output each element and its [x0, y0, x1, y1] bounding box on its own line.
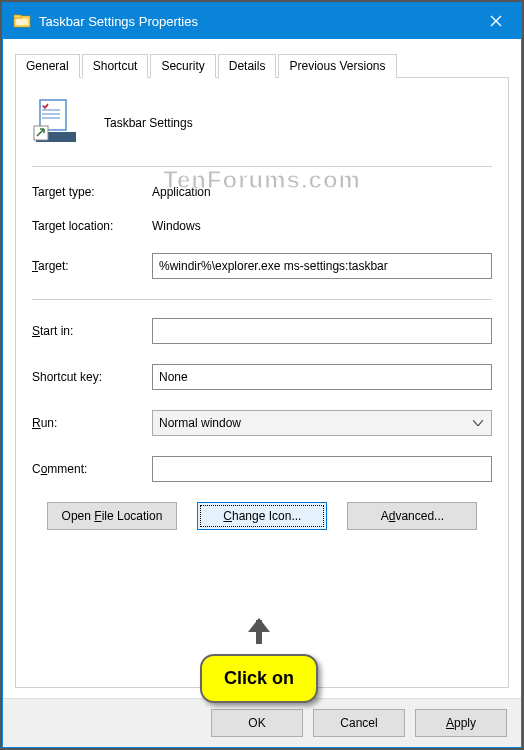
value-target-location: Windows	[152, 219, 201, 233]
label-target-type: Target type:	[32, 185, 152, 199]
divider	[32, 299, 492, 300]
label-run: Run:	[32, 416, 152, 430]
content-area: General Shortcut Security Details Previo…	[3, 39, 521, 698]
callout-label: Click on	[200, 654, 318, 703]
tab-shortcut[interactable]: Shortcut	[82, 54, 149, 78]
divider	[32, 166, 492, 167]
tab-previous-versions[interactable]: Previous Versions	[278, 54, 396, 78]
callout-arrow-icon	[244, 618, 274, 654]
row-shortcut-key: Shortcut key:	[32, 364, 492, 390]
open-file-location-button[interactable]: Open File Location	[47, 502, 178, 530]
start-in-input[interactable]	[152, 318, 492, 344]
row-run: Run: Normal window	[32, 410, 492, 436]
svg-rect-2	[16, 19, 28, 25]
tab-panel-shortcut: Taskbar Settings TenForums.com Target ty…	[15, 78, 509, 688]
label-target: Target:	[32, 259, 152, 273]
value-target-type: Application	[152, 185, 211, 199]
label-start-in: Start in:	[32, 324, 152, 338]
row-comment: Comment:	[32, 456, 492, 482]
properties-window: Taskbar Settings Properties General Shor…	[2, 2, 522, 748]
label-target-location: Target location:	[32, 219, 152, 233]
row-target-location: Target location: Windows	[32, 219, 492, 233]
tab-details[interactable]: Details	[218, 54, 277, 78]
target-input[interactable]	[152, 253, 492, 279]
tab-general[interactable]: General	[15, 54, 80, 78]
row-target: Target:	[32, 253, 492, 279]
shortcut-key-input[interactable]	[152, 364, 492, 390]
row-target-type: Target type: Application	[32, 185, 492, 199]
action-button-row: Open File Location Change Icon... Advanc…	[32, 502, 492, 530]
change-icon-button[interactable]: Change Icon...	[197, 502, 327, 530]
advanced-button[interactable]: Advanced...	[347, 502, 477, 530]
row-start-in: Start in:	[32, 318, 492, 344]
window-title: Taskbar Settings Properties	[39, 14, 475, 29]
tab-strip: General Shortcut Security Details Previo…	[15, 53, 509, 78]
run-select[interactable]: Normal window	[152, 410, 492, 436]
comment-input[interactable]	[152, 456, 492, 482]
label-comment: Comment:	[32, 462, 152, 476]
ok-button[interactable]: OK	[211, 709, 303, 737]
shortcut-header: Taskbar Settings	[32, 96, 492, 144]
label-shortcut-key: Shortcut key:	[32, 370, 152, 384]
svg-rect-1	[14, 15, 21, 18]
tab-security[interactable]: Security	[150, 54, 215, 78]
explorer-icon	[13, 12, 31, 30]
titlebar: Taskbar Settings Properties	[3, 3, 521, 39]
shortcut-file-icon	[32, 96, 80, 144]
close-button[interactable]	[475, 5, 517, 37]
dialog-footer: OK Cancel Apply	[3, 698, 521, 747]
shortcut-name: Taskbar Settings	[104, 116, 193, 130]
apply-button[interactable]: Apply	[415, 709, 507, 737]
cancel-button[interactable]: Cancel	[313, 709, 405, 737]
annotation-callout: Click on	[200, 618, 318, 703]
